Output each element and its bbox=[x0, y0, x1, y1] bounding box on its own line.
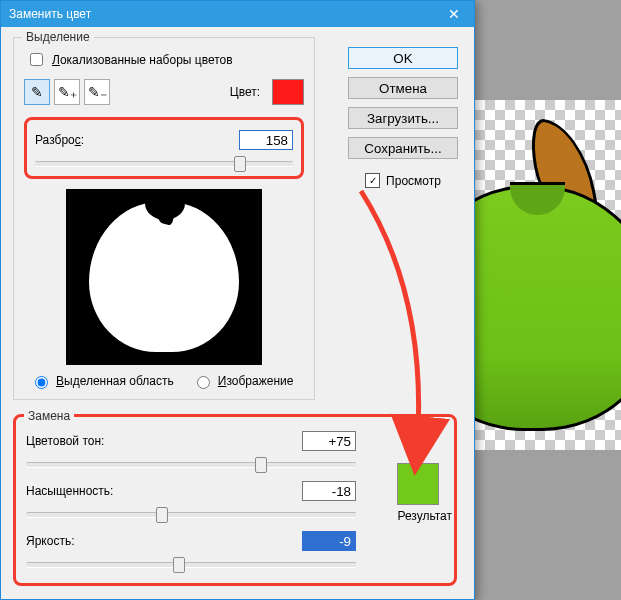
eyedropper-minus-icon[interactable]: ✎₋ bbox=[84, 79, 110, 105]
fuzziness-label: Разброс: bbox=[35, 133, 84, 147]
localized-colors-label: Локализованные наборы цветов bbox=[52, 53, 233, 67]
source-color-swatch[interactable] bbox=[272, 79, 304, 105]
hue-input[interactable] bbox=[302, 431, 356, 451]
fuzziness-input[interactable] bbox=[239, 130, 293, 150]
dialog-title: Заменить цвет bbox=[9, 7, 434, 21]
fuzziness-slider[interactable] bbox=[35, 154, 293, 172]
saturation-slider[interactable] bbox=[26, 505, 356, 523]
hue-slider[interactable] bbox=[26, 455, 356, 473]
replacement-fieldset: Замена Цветовой тон: Насыщенность: bbox=[13, 414, 457, 586]
mask-shape bbox=[89, 202, 239, 352]
replace-color-dialog: Заменить цвет ✕ OK Отмена Загрузить... С… bbox=[0, 0, 475, 600]
slider-thumb[interactable] bbox=[255, 457, 267, 473]
close-icon[interactable]: ✕ bbox=[434, 1, 474, 27]
radio-image[interactable]: Изображение bbox=[192, 373, 294, 389]
radio-selection[interactable]: Выделенная область bbox=[30, 373, 174, 389]
selection-preview bbox=[66, 189, 262, 365]
eyedropper-icon[interactable]: ✎ bbox=[24, 79, 50, 105]
eyedropper-plus-icon[interactable]: ✎₊ bbox=[54, 79, 80, 105]
color-label: Цвет: bbox=[230, 85, 260, 99]
slider-thumb[interactable] bbox=[156, 507, 168, 523]
localized-colors-input[interactable] bbox=[30, 53, 43, 66]
preview-mode-radios: Выделенная область Изображение bbox=[30, 373, 304, 389]
eyedropper-tools: ✎ ✎₊ ✎₋ Цвет: bbox=[24, 79, 304, 105]
result-color-swatch[interactable] bbox=[397, 463, 439, 505]
dialog-titlebar[interactable]: Заменить цвет ✕ bbox=[1, 1, 474, 27]
localized-colors-checkbox[interactable]: Локализованные наборы цветов bbox=[26, 50, 304, 69]
saturation-input[interactable] bbox=[302, 481, 356, 501]
lightness-input[interactable] bbox=[302, 531, 356, 551]
replacement-legend: Замена bbox=[24, 409, 74, 423]
saturation-label: Насыщенность: bbox=[26, 484, 113, 498]
fuzziness-callout: Разброс: bbox=[24, 117, 304, 179]
result-label: Результат bbox=[397, 509, 452, 523]
slider-thumb[interactable] bbox=[234, 156, 246, 172]
result-swatch-block: Результат bbox=[397, 463, 452, 523]
selection-fieldset: Выделение Локализованные наборы цветов ✎… bbox=[13, 37, 315, 400]
lightness-slider[interactable] bbox=[26, 555, 356, 573]
lightness-label: Яркость: bbox=[26, 534, 74, 548]
hue-label: Цветовой тон: bbox=[26, 434, 104, 448]
selection-legend: Выделение bbox=[22, 30, 94, 44]
document-canvas bbox=[475, 0, 621, 600]
slider-thumb[interactable] bbox=[173, 557, 185, 573]
